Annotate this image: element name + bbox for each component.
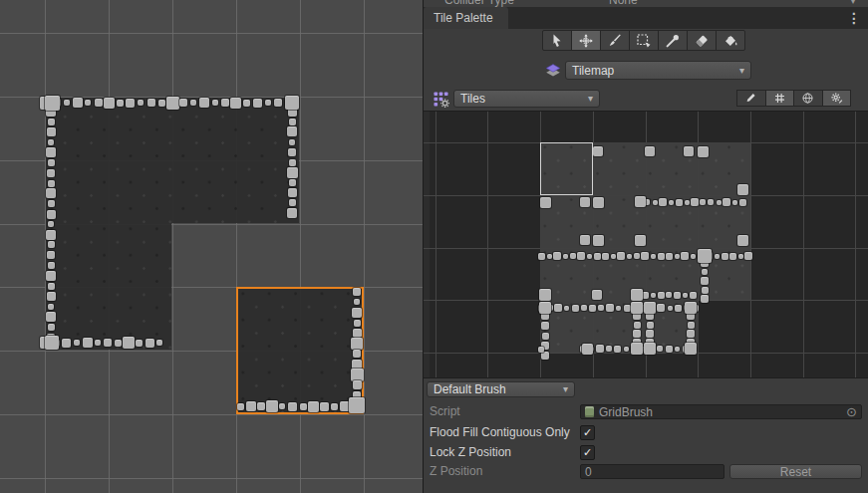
flood-fill-label: Flood Fill Contiguous Only xyxy=(430,425,570,440)
select-tool-button[interactable] xyxy=(542,30,572,51)
tile-block xyxy=(46,147,56,157)
palette-grid-line xyxy=(435,112,436,378)
tile-block xyxy=(737,184,748,195)
tile-block xyxy=(230,98,241,109)
tile-block xyxy=(156,340,162,346)
tile-block xyxy=(700,199,706,205)
tile-block xyxy=(547,254,552,259)
tile-block xyxy=(47,251,55,259)
tile-block xyxy=(631,289,643,301)
tile-block xyxy=(95,99,103,107)
tile-block xyxy=(289,139,295,145)
tile-block xyxy=(593,235,604,246)
tile-block xyxy=(624,347,629,352)
tile-block xyxy=(723,198,730,206)
tile-block xyxy=(126,99,135,108)
tile-block xyxy=(352,308,362,318)
tile-block xyxy=(675,254,680,259)
brush-settings-button[interactable] xyxy=(822,90,852,107)
pick-tool-button[interactable] xyxy=(658,30,688,51)
tile-block xyxy=(685,200,690,205)
collider-type-value[interactable]: None xyxy=(609,0,638,7)
paint-tool-button[interactable] xyxy=(600,30,630,51)
tile-block xyxy=(287,208,297,218)
tile-block xyxy=(257,402,265,410)
grid-line xyxy=(0,414,423,415)
tile-block xyxy=(353,329,362,338)
tile-block xyxy=(681,252,689,260)
toggle-grid-button[interactable] xyxy=(765,90,795,107)
tile-block xyxy=(651,293,656,298)
tile-block xyxy=(702,287,709,294)
eyedropper-icon xyxy=(665,33,681,49)
tile-block xyxy=(563,254,568,259)
tile-block xyxy=(287,167,298,178)
selected-tile-cell[interactable] xyxy=(540,142,593,195)
grid-line xyxy=(0,478,423,479)
tile-block xyxy=(606,346,612,352)
kebab-menu-icon[interactable]: ⋮ xyxy=(847,9,861,27)
reset-button-label: Reset xyxy=(780,465,811,479)
z-position-field[interactable]: 0 xyxy=(580,464,724,479)
tile-block xyxy=(274,99,282,107)
tile-block xyxy=(698,146,709,157)
tile-block xyxy=(46,312,56,322)
fill-tool-button[interactable] xyxy=(716,30,745,51)
erase-tool-button[interactable] xyxy=(687,30,717,51)
tile-block xyxy=(687,330,695,338)
tile-block xyxy=(64,100,70,106)
tile-block xyxy=(635,196,646,207)
lock-z-checkbox[interactable]: ✓ xyxy=(580,445,595,460)
tile-block xyxy=(581,305,587,311)
reset-button[interactable]: Reset xyxy=(729,464,862,479)
tilemap-region xyxy=(46,98,299,223)
tile-block xyxy=(288,188,297,197)
tile-block xyxy=(354,320,361,327)
tile-block xyxy=(644,302,656,314)
tile-block xyxy=(48,324,55,331)
tile-block xyxy=(320,402,329,411)
tile-block xyxy=(285,96,299,110)
tile-block xyxy=(593,146,603,156)
chevron-down-icon: ▾ xyxy=(850,0,856,7)
tile-block xyxy=(554,304,562,312)
tile-block xyxy=(657,346,663,352)
tab-tile-palette[interactable]: Tile Palette xyxy=(424,7,508,29)
lock-z-label: Lock Z Position xyxy=(430,445,511,460)
tile-block xyxy=(634,322,641,329)
box-fill-tool-button[interactable] xyxy=(629,30,659,51)
scene-view[interactable] xyxy=(0,0,423,493)
grid-line xyxy=(236,0,237,493)
chevron-down-icon: ▾ xyxy=(563,384,568,394)
tile-block xyxy=(48,262,55,269)
brush-dropdown[interactable]: Default Brush ▾ xyxy=(427,381,575,397)
tile-block xyxy=(553,252,561,260)
tile-block xyxy=(676,199,683,206)
tilemap-dropdown[interactable]: Tilemap ▾ xyxy=(565,61,751,80)
gizmos-button[interactable] xyxy=(793,90,823,107)
tile-block xyxy=(48,200,55,207)
move-tool-button[interactable] xyxy=(571,30,601,51)
tile-block xyxy=(644,343,656,355)
tile-block xyxy=(354,299,360,305)
palette-dropdown[interactable]: Tiles ▾ xyxy=(453,90,600,108)
z-position-value: 0 xyxy=(585,465,592,479)
tile-block xyxy=(631,302,643,314)
flood-fill-checkbox[interactable]: ✓ xyxy=(580,425,595,440)
script-value: GridBrush xyxy=(599,405,653,419)
cursor-icon xyxy=(549,33,565,49)
unity-editor-region: Collider Type None ▾ Tile Palette ⋮ xyxy=(0,0,868,493)
tile-block xyxy=(701,295,709,303)
grid-line xyxy=(300,0,301,493)
pencil-icon xyxy=(744,92,757,105)
tile-palette-grid[interactable] xyxy=(424,111,868,378)
tile-block xyxy=(708,199,714,205)
object-picker-icon[interactable]: ⊙ xyxy=(846,405,857,418)
palette-grid-line xyxy=(855,112,856,378)
tile-block xyxy=(46,230,56,240)
tile-block xyxy=(688,322,695,329)
tile-block xyxy=(179,99,187,107)
tile-block xyxy=(540,197,551,208)
edit-palette-button[interactable] xyxy=(736,90,766,107)
tile-block xyxy=(666,346,673,353)
